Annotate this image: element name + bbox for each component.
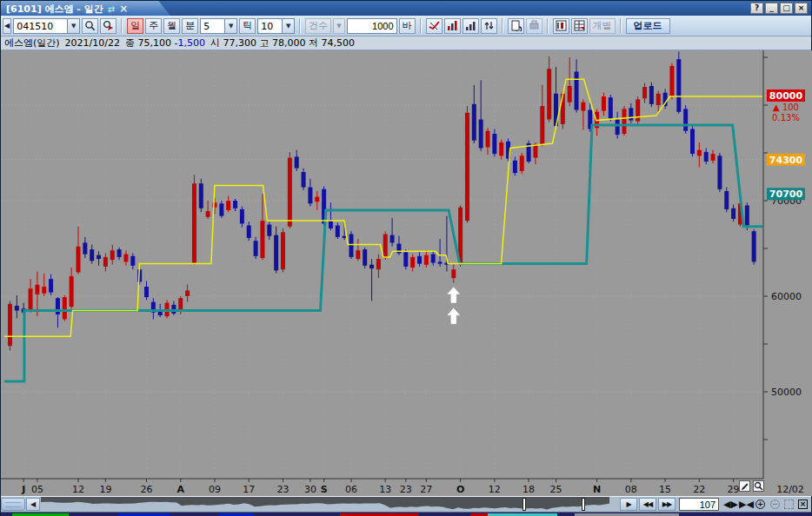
symbol-dropdown-icon[interactable]: ▼ (67, 18, 80, 34)
candle-body (260, 221, 264, 258)
scroll-left-button[interactable]: ◀ (26, 498, 40, 511)
close-panel-icon[interactable]: × (798, 499, 808, 509)
candle-body (240, 209, 244, 224)
info-date: 2021/10/22 (65, 37, 120, 49)
candle-body (547, 69, 551, 119)
help-button[interactable]: ? (750, 3, 763, 14)
period-week-button[interactable]: 주 (145, 18, 162, 34)
flag-chart-button[interactable] (553, 18, 569, 34)
swap-icon[interactable]: ⇄ (108, 4, 115, 14)
range-bracket-right[interactable] (582, 498, 585, 511)
search-recent-button[interactable] (100, 18, 116, 34)
candle-body (390, 235, 395, 243)
volume-indicator-button[interactable] (444, 18, 461, 34)
candle-body (77, 247, 81, 273)
tick-dropdown-icon[interactable]: ▼ (282, 18, 295, 34)
candle-body (616, 120, 620, 136)
candle-body (185, 290, 190, 296)
candle-body (622, 109, 627, 134)
zoom-tool-button[interactable] (753, 480, 764, 492)
search-icon (84, 20, 96, 31)
annotations (447, 287, 461, 324)
price-change-pct: 0.13% (772, 113, 800, 122)
period-day-button[interactable]: 일 (127, 18, 143, 34)
collapse-range-icon[interactable]: ▶◀ (739, 499, 754, 510)
candle-body (561, 94, 565, 124)
candle-body (302, 172, 306, 188)
period-month-button[interactable]: 월 (163, 18, 180, 34)
up-down-arrows-icon (483, 20, 495, 31)
candle-body (752, 231, 756, 261)
change-value: -1,500 (175, 37, 205, 49)
draw-tool-button[interactable] (739, 480, 750, 492)
grid-table-button[interactable] (571, 18, 588, 34)
price-marker-value: 80000 (769, 90, 803, 102)
chart-tab[interactable]: [6101] 에스엠 - 일간 ⇄ × (1, 1, 170, 16)
toolbar-separator (299, 18, 301, 34)
sector-strip (1, 512, 811, 516)
grid-icon (574, 20, 585, 31)
jump-left-button[interactable]: ◀◀ (639, 498, 656, 511)
candle-body (219, 203, 223, 215)
toolbar-back-button[interactable]: ◀ (3, 18, 11, 34)
expand-range-icon[interactable]: ◀▶ (723, 499, 738, 510)
x-tick-label: 18 (522, 484, 535, 495)
upload-button[interactable]: 업로드 (626, 18, 670, 34)
candle-body (711, 154, 715, 161)
candle-body (520, 155, 524, 171)
candle-body (35, 285, 39, 294)
candle-body (629, 108, 633, 120)
up-arrow-annotation (447, 308, 461, 324)
search-button[interactable] (82, 18, 98, 34)
jump-right-button[interactable]: ▶▶ (658, 498, 676, 511)
low-label: 저 (309, 37, 318, 49)
period-minute-button[interactable]: 분 (182, 18, 198, 34)
x-tick-label: 30 (304, 484, 316, 495)
tick-value[interactable]: 10 (257, 18, 282, 34)
price-change: ▲ 100 (773, 103, 799, 112)
bar-count-input[interactable] (347, 18, 397, 34)
history-overview[interactable] (41, 497, 618, 513)
x-tick-label: 12 (72, 484, 84, 495)
bar-chart-button[interactable] (463, 18, 479, 34)
minute-combo[interactable]: 5 ▼ (200, 18, 237, 34)
tick-combo[interactable]: 10 ▼ (257, 18, 295, 34)
close-button[interactable]: × (795, 3, 808, 14)
splitter-handle[interactable] (1, 498, 25, 511)
sort-button[interactable] (481, 18, 497, 34)
toolbar-separator (121, 18, 123, 34)
candle-body (103, 257, 108, 267)
candle-body (417, 256, 422, 264)
candle-body (581, 103, 585, 111)
title-bar: [6101] 에스엠 - 일간 ⇄ × ? _ □ × (1, 1, 811, 16)
candle-body (281, 232, 285, 269)
range-bracket-left[interactable] (522, 498, 526, 511)
tab-close-icon[interactable]: × (119, 3, 128, 15)
candle-body (383, 235, 388, 259)
chart-area[interactable]: 500006000070000J05121926A09172330S061323… (1, 50, 812, 496)
minute-value[interactable]: 5 (200, 18, 224, 34)
page-input[interactable] (679, 498, 719, 511)
candlestick-chart[interactable]: 500006000070000J05121926A09172330S061323… (1, 50, 812, 496)
maximize-button[interactable]: □ (780, 3, 793, 14)
x-tick-label: J (21, 484, 25, 495)
candle-body (568, 86, 572, 103)
y-tick-label: 60000 (771, 291, 802, 302)
symbol-combo[interactable]: 041510 ▼ (13, 18, 80, 34)
x-tick-label: 06 (345, 484, 357, 495)
candle-style-button[interactable] (426, 18, 443, 34)
bar-unit-button[interactable]: 바 (399, 18, 416, 34)
minute-dropdown-icon[interactable]: ▼ (224, 18, 237, 34)
minimize-button[interactable]: _ (765, 3, 778, 14)
candle-body (247, 226, 251, 238)
step-right-button[interactable]: ▶ (620, 498, 637, 511)
candle-body (424, 255, 429, 265)
tick-button[interactable]: 틱 (239, 18, 256, 34)
candle-body (465, 113, 469, 221)
x-tick-label: 08 (625, 484, 637, 495)
chart-window: [6101] 에스엠 - 일간 ⇄ × ? _ □ × ◀ 041510 ▼ 일… (0, 0, 812, 516)
save-chart-button[interactable] (508, 18, 524, 34)
candle-body (199, 183, 203, 208)
symbol-value[interactable]: 041510 (13, 18, 67, 34)
zoom-in-icon[interactable]: + (755, 499, 765, 509)
